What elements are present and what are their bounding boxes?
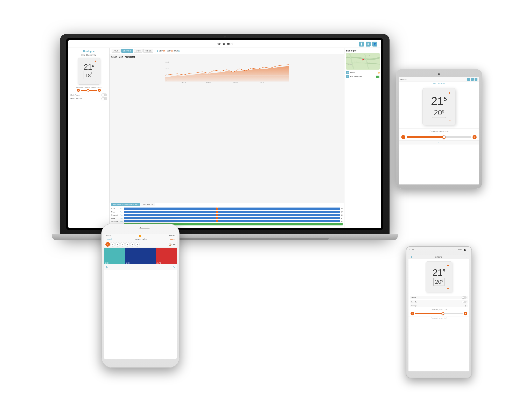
prev-btn[interactable]: ◀ — [156, 49, 158, 52]
bar-lundi-blue2 — [218, 208, 340, 210]
slider-thumb — [87, 89, 89, 92]
android-absent-toggle[interactable] — [462, 296, 467, 299]
copy-vendredi[interactable]: Copy — [120, 220, 124, 222]
android-menu-btn[interactable]: ⋮ — [466, 256, 468, 258]
tab-mois[interactable]: MOIS — [134, 49, 143, 53]
tab-ajouter[interactable]: AJOUTER UN — [141, 203, 155, 206]
tablet-minus-btn[interactable]: − — [448, 118, 451, 123]
copy-jeudi[interactable]: Copy — [120, 218, 124, 219]
day-T1[interactable]: T — [110, 242, 115, 247]
android-modes: Absent Hors-Gel Settings ▶ — [409, 295, 469, 308]
android-status-bar: ▲▲ 4G 12:08 — [409, 249, 462, 251]
android-slider[interactable] — [415, 313, 463, 314]
day-S2[interactable]: S — [135, 242, 140, 247]
next-btn[interactable]: ▶ — [179, 49, 180, 52]
day-row-lundi: Lundi Copy 17 — [111, 208, 343, 210]
chart-icon[interactable]: ▊ — [359, 42, 364, 47]
slider-track[interactable] — [81, 90, 97, 91]
right-panel: Boulogne Talins Ivr — [344, 48, 381, 228]
slider-plus[interactable]: + — [98, 89, 101, 92]
mode-gel-label: Hors-Gel — [411, 301, 417, 303]
tablet-slider-row: − + — [399, 134, 479, 140]
tablet-slider-minus[interactable]: − — [401, 135, 405, 139]
tablet-header-icons — [467, 78, 477, 81]
therm-temperature: 21c — [84, 63, 94, 71]
tab-semaine[interactable]: SEMAINE — [121, 49, 133, 53]
edit-icon[interactable]: ✎ — [173, 266, 175, 269]
iphone-body: Carrier 📶 5:08 PM Cancel thermo_carlos D… — [101, 224, 180, 368]
panel-subtitle: Mon Thermostat — [81, 54, 96, 56]
android-plus-btn[interactable]: + — [447, 264, 449, 267]
copy-mardi[interactable]: Copy — [120, 211, 124, 212]
bar-mercredi — [124, 214, 340, 216]
therm-plus-btn[interactable]: + — [94, 60, 96, 63]
day-M[interactable]: M — [105, 242, 110, 247]
tab-annee[interactable]: ANNÉE — [143, 49, 153, 53]
tablet-slider-plus[interactable]: + — [473, 135, 477, 139]
android-minus-btn[interactable]: − — [447, 287, 449, 290]
copy-button[interactable]: 📋 Copy — [169, 243, 175, 246]
gear-icon[interactable]: ⚙ — [366, 42, 371, 47]
android-slider-thumb — [441, 312, 444, 315]
svg-text:Mar 16: Mar 16 — [182, 82, 186, 83]
day-S1[interactable]: S — [130, 242, 135, 247]
android-slider-minus[interactable]: − — [410, 312, 414, 315]
tablet-header: netatmo — [399, 77, 479, 82]
iphone-schedule-bar: 19.0°C 15.0°C 23.0°C — [104, 248, 177, 264]
therm-icon: 🌡 — [346, 75, 349, 78]
day-W[interactable]: W — [115, 242, 120, 247]
schedule-tabs: MODIFIER LES TEMPÉRATURES AJOUTER UN — [111, 203, 343, 206]
tablet-icon-1[interactable] — [467, 78, 470, 81]
scene: netatmo ▊ ⚙ 👤 Boulogne Mon Thermo — [40, 18, 492, 388]
iphone-profile-title: thermo_carlos — [135, 238, 147, 240]
tablet-nav-icon[interactable]: ⌂ — [438, 141, 439, 144]
laptop-screen: netatmo ▊ ⚙ 👤 Boulogne Mon Thermo — [68, 40, 381, 228]
bar-jeudi-orange — [216, 217, 218, 219]
iphone-white: Carrier 📶 5:08 PM Cancel thermo_carlos D… — [101, 224, 180, 368]
thermostat-display: + 21c 18° − — [78, 58, 100, 85]
tablet-slider[interactable] — [407, 136, 471, 138]
tablet-temp-set: 200 — [432, 108, 446, 118]
svg-text:Mar 18: Mar 18 — [206, 82, 211, 83]
person-icon[interactable]: 👤 — [372, 42, 377, 47]
tablet-plus-btn[interactable]: + — [448, 91, 451, 95]
tablet-screen: netatmo Mon Thermostat + 215 200 − — [399, 77, 479, 184]
seg-red: 23.0°C — [156, 248, 177, 264]
right-title: Boulogne — [346, 49, 380, 52]
tablet-icon-3[interactable] — [474, 78, 477, 81]
day-F[interactable]: F — [125, 242, 130, 247]
a-toggle-knob-2 — [462, 301, 464, 303]
iphone-cancel-btn[interactable]: Cancel — [106, 238, 112, 240]
android-back-btn[interactable]: ◀ — [410, 256, 412, 258]
slider-minus[interactable]: − — [77, 89, 80, 92]
mode-horsgel-toggle[interactable] — [101, 97, 107, 100]
android-slider-plus[interactable]: + — [464, 312, 467, 315]
android-slider-row: − + — [409, 311, 469, 316]
iphone-done-btn[interactable]: Done — [170, 238, 175, 240]
consigne-label: Consigne manuelle jusqu à : 15:12 — [76, 86, 101, 88]
bar-mardi-blue2 — [218, 211, 340, 213]
map-thumbnail: Talins Ivry-sur-Sei Jugi-battes Clamart … — [346, 53, 380, 70]
android-mode-absent: Absent — [410, 296, 468, 299]
android-therm-area: + 215 200 − — [409, 259, 469, 295]
mode-absent-toggle[interactable] — [101, 94, 107, 96]
slider-row: − + — [77, 89, 101, 92]
mode-horsgel-label: Mode Hors-Gel — [70, 98, 81, 100]
settings-arrow[interactable]: ▶ — [465, 305, 467, 307]
add-icon[interactable]: ⊕ — [105, 266, 108, 269]
bar-jeudi-blue2 — [218, 217, 340, 219]
svg-point-19 — [363, 59, 363, 60]
tab-jour[interactable]: JOUR — [112, 49, 121, 53]
left-panel: Boulogne Mon Thermostat + 21c 18° − Cons… — [68, 48, 109, 228]
android-gel-toggle[interactable] — [462, 301, 467, 303]
tab-modifier[interactable]: MODIFIER LES TEMPÉRATURES — [111, 203, 140, 206]
tablet-icon-2[interactable] — [471, 78, 474, 81]
bar-mardi-blue — [124, 211, 216, 213]
copy-lundi[interactable]: Copy — [120, 208, 124, 209]
chart-area: 22.5 20.2 18.2 14 Mar 16 Mar 18 Mar 18 — [111, 59, 343, 84]
day-T2[interactable]: T — [120, 242, 125, 247]
copy-mercredi[interactable]: Copy — [120, 214, 124, 216]
svg-text:Jeu 18: Jeu 18 — [260, 82, 264, 83]
bar-vendredi-orange — [216, 220, 218, 222]
therm-minus-btn[interactable]: − — [94, 80, 96, 83]
